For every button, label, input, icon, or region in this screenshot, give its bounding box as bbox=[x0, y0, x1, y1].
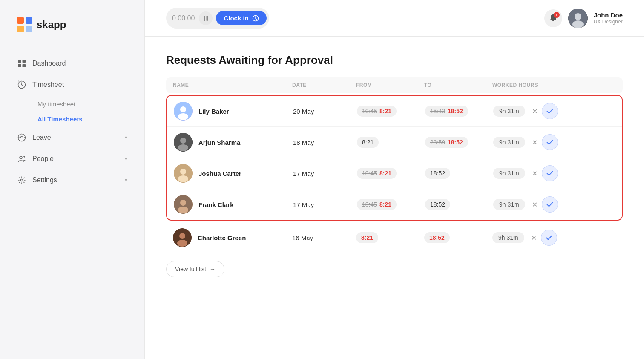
date-cell: 18 May bbox=[293, 139, 357, 146]
person-name: Charlotte Green bbox=[198, 234, 246, 241]
sidebar-item-timesheet[interactable]: Timesheet bbox=[9, 75, 136, 95]
people-arrow-icon: ▾ bbox=[125, 156, 127, 162]
highlighted-rows: Lily Baker 20 May 10:45 8:21 15:43 18:52 bbox=[166, 95, 623, 221]
to-original: 23:59 bbox=[430, 139, 445, 146]
to-pill: 18:52 bbox=[425, 199, 450, 210]
page-title: Requests Awaiting for Approval bbox=[166, 54, 623, 67]
worked-cell: 9h 31m ✕ bbox=[493, 103, 570, 119]
people-icon bbox=[17, 154, 26, 164]
from-new: 8:21 bbox=[380, 108, 391, 115]
clock-in-label: Clock in bbox=[224, 14, 248, 22]
approve-button[interactable] bbox=[541, 230, 557, 246]
svg-rect-6 bbox=[18, 64, 21, 68]
svg-rect-7 bbox=[23, 64, 26, 68]
col-name: NAME bbox=[173, 82, 292, 88]
table-row: Arjun Sharma 18 May 8:21 23:59 18:52 9h … bbox=[167, 127, 622, 158]
table-row: Charlotte Green 16 May 8:21 18:52 9h 31m… bbox=[166, 222, 623, 253]
approve-button[interactable] bbox=[542, 134, 558, 150]
from-pill: 10:45 8:21 bbox=[357, 199, 397, 210]
person-cell: Arjun Sharma bbox=[174, 133, 293, 152]
view-full-list-label: View full list bbox=[175, 266, 206, 273]
from-pill: 8:21 bbox=[357, 137, 379, 148]
svg-point-17 bbox=[23, 156, 25, 158]
to-red: 18:52 bbox=[429, 234, 445, 241]
table-row: Lily Baker 20 May 10:45 8:21 15:43 18:52 bbox=[167, 96, 622, 127]
clock-in-button[interactable]: Clock in bbox=[216, 11, 266, 25]
main-content: 0:00:00 Clock in bbox=[145, 0, 644, 359]
reject-button[interactable]: ✕ bbox=[531, 234, 537, 242]
logo: skapp bbox=[0, 13, 144, 45]
svg-rect-2 bbox=[17, 26, 24, 32]
table-row: Frank Clark 17 May 10:45 8:21 18:52 9h 3… bbox=[167, 189, 622, 220]
worked-badge: 9h 31m bbox=[493, 199, 525, 210]
clock-icon bbox=[252, 15, 259, 22]
notification-badge: 1 bbox=[554, 12, 560, 18]
user-role: UX Designer bbox=[594, 19, 623, 25]
svg-point-32 bbox=[178, 144, 188, 151]
reject-button[interactable]: ✕ bbox=[532, 138, 538, 146]
approve-button[interactable] bbox=[542, 165, 558, 181]
to-pill: 15:43 18:52 bbox=[425, 106, 468, 117]
svg-rect-4 bbox=[18, 60, 21, 63]
sidebar-item-my-timesheet[interactable]: My timesheet bbox=[32, 97, 136, 111]
header: 0:00:00 Clock in bbox=[145, 0, 644, 37]
to-cell: 18:52 bbox=[424, 232, 492, 243]
col-to: TO bbox=[424, 82, 492, 88]
view-full-list-button[interactable]: View full list → bbox=[166, 261, 224, 277]
person-cell: Frank Clark bbox=[174, 195, 293, 214]
svg-rect-0 bbox=[17, 17, 24, 24]
svg-rect-20 bbox=[207, 16, 208, 21]
approve-button[interactable] bbox=[542, 196, 558, 213]
user-avatar bbox=[568, 9, 588, 28]
svg-point-16 bbox=[20, 156, 22, 159]
from-plain: 8:21 bbox=[362, 139, 374, 146]
leave-icon bbox=[17, 133, 26, 142]
sidebar-item-all-timesheets[interactable]: All Timesheets bbox=[32, 112, 136, 126]
person-name: Joshua Carter bbox=[198, 170, 242, 177]
worked-cell: 9h 31m ✕ bbox=[493, 196, 570, 213]
to-cell: 18:52 bbox=[425, 168, 493, 179]
date-cell: 20 May bbox=[293, 108, 357, 115]
worked-badge: 9h 31m bbox=[493, 168, 525, 179]
reject-button[interactable]: ✕ bbox=[532, 169, 538, 178]
leave-arrow-icon: ▾ bbox=[125, 135, 127, 141]
from-cell: 10:45 8:21 bbox=[357, 199, 425, 210]
date-cell: 16 May bbox=[292, 234, 356, 241]
from-cell: 8:21 bbox=[356, 232, 424, 243]
sidebar-item-people[interactable]: People ▾ bbox=[9, 149, 136, 169]
to-pill: 18:52 bbox=[424, 232, 450, 243]
svg-point-35 bbox=[178, 175, 188, 182]
reject-button[interactable]: ✕ bbox=[532, 201, 538, 209]
person-name: Lily Baker bbox=[198, 108, 229, 115]
person-name: Frank Clark bbox=[198, 201, 234, 208]
user-info: John Doe UX Designer bbox=[594, 11, 623, 25]
svg-point-11 bbox=[21, 84, 22, 85]
from-pill: 10:45 8:21 bbox=[357, 168, 397, 179]
col-actions bbox=[569, 82, 603, 88]
pause-button[interactable] bbox=[199, 11, 213, 25]
from-new: 8:21 bbox=[380, 201, 391, 208]
timesheet-icon bbox=[17, 80, 26, 89]
worked-cell: 9h 31m ✕ bbox=[493, 134, 570, 150]
dashboard-label: Dashboard bbox=[32, 60, 66, 67]
svg-rect-5 bbox=[23, 60, 26, 63]
sidebar-item-dashboard[interactable]: Dashboard bbox=[9, 54, 136, 73]
timesheet-label: Timesheet bbox=[32, 81, 64, 89]
svg-point-40 bbox=[179, 233, 185, 239]
svg-line-23 bbox=[256, 18, 257, 20]
col-date: DATE bbox=[292, 82, 356, 88]
reject-button[interactable]: ✕ bbox=[532, 107, 538, 115]
svg-line-12 bbox=[18, 81, 19, 82]
worked-badge: 9h 31m bbox=[493, 106, 525, 117]
settings-icon bbox=[17, 175, 26, 185]
approve-button[interactable] bbox=[542, 103, 558, 119]
logo-icon bbox=[17, 17, 32, 32]
user-area: 1 John Doe UX Designer bbox=[544, 9, 623, 28]
notification-button[interactable]: 1 bbox=[544, 9, 562, 27]
sidebar-item-leave[interactable]: Leave ▾ bbox=[9, 128, 136, 147]
to-pill: 23:59 18:52 bbox=[425, 137, 468, 148]
person-cell: Charlotte Green bbox=[173, 228, 292, 247]
avatar bbox=[174, 133, 193, 152]
dashboard-icon bbox=[17, 59, 26, 68]
sidebar-item-settings[interactable]: Settings ▾ bbox=[9, 170, 136, 190]
